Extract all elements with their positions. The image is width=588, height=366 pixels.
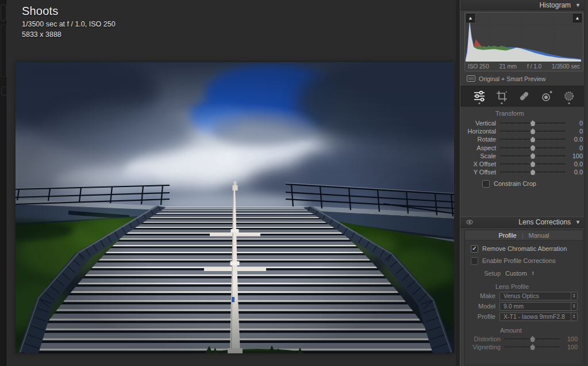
slider-label: Vignetting <box>465 344 505 350</box>
toolstrip <box>460 86 588 106</box>
model-dropdown[interactable]: 9.0 mm ▲▼ <box>499 302 578 311</box>
remove-chromatic-aberration-checkbox[interactable]: ✓ Remove Chromatic Aberration <box>471 245 583 253</box>
slider-value: 0 <box>566 128 583 135</box>
preview-status-row: Original + Smart Preview <box>467 74 588 83</box>
panel-scrollbar[interactable] <box>584 0 588 366</box>
profile-value: X-T1 - laowa 9mmF2.8 <box>500 313 571 320</box>
slider-value: 0.0 <box>566 136 583 143</box>
slider-value: 100 <box>560 344 578 350</box>
profile-row: Profile X-T1 - laowa 9mmF2.8 ▲▼ <box>465 312 578 321</box>
tab-manual[interactable]: Manual <box>528 232 549 239</box>
crop-overlay-icon <box>495 89 509 103</box>
setup-label: Setup <box>465 270 505 277</box>
model-label: Model <box>465 303 499 310</box>
y-offset-slider[interactable] <box>500 169 566 175</box>
slider-value: 0.0 <box>566 161 583 167</box>
tab-separator: | <box>522 232 524 239</box>
photo-dimensions: 5833 x 3888 <box>22 30 116 39</box>
vertical-slider[interactable] <box>500 120 566 126</box>
profile-label: Profile <box>465 313 499 320</box>
slider-row-y-offset: Y Offset 0.0 <box>460 168 588 176</box>
tab-profile[interactable]: Profile <box>498 232 516 239</box>
scale-slider[interactable] <box>500 153 566 159</box>
tool-spot-removal[interactable] <box>516 87 533 105</box>
checkbox-box[interactable]: ✓ <box>482 180 490 188</box>
lens-corrections-panel-header[interactable]: Lens Corrections ▼ <box>460 216 588 228</box>
histogram-series-luminance <box>466 21 581 62</box>
slider-row-vignetting: Vignetting 100 <box>465 343 583 351</box>
collapse-triangle-icon[interactable]: ▼ <box>575 2 581 8</box>
slider-row-rotate: Rotate 0.0 <box>460 135 588 143</box>
slider-value: 100 <box>566 152 583 159</box>
collapse-triangle-icon[interactable]: ▼ <box>575 219 581 225</box>
dropdown-spinner-icon[interactable]: ▲▼ <box>571 303 577 310</box>
panel-edge[interactable] <box>456 0 460 366</box>
setup-row: Setup Custom ▲▼ <box>465 269 583 277</box>
tool-adjustment-brush[interactable] <box>560 87 578 105</box>
make-dropdown[interactable]: Venus Optics ▲▼ <box>499 292 578 300</box>
slider-label: Scale <box>460 152 500 159</box>
vignetting-slider[interactable] <box>505 344 560 350</box>
x-offset-slider[interactable] <box>500 161 566 167</box>
photo-exposure-info: 1/3500 sec at f / 1.0, ISO 250 <box>22 20 116 28</box>
shadow-clipping-indicator[interactable]: ▲ <box>466 14 475 22</box>
clipping-triangle-icon: ▲ <box>575 16 580 21</box>
left-panel-widget <box>1 5 6 21</box>
stat-shutter: 1/3500 sec <box>552 63 580 70</box>
make-value: Venus Optics <box>500 292 571 299</box>
setup-value[interactable]: Custom <box>505 270 527 277</box>
horizontal-slider[interactable] <box>500 128 566 134</box>
slider-row-distortion: Distortion 100 <box>465 335 583 343</box>
make-label: Make <box>465 292 499 299</box>
stat-aperture: f / 1.0 <box>527 63 541 70</box>
model-row: Model 9.0 mm ▲▼ <box>465 302 578 311</box>
photo-info-overlay: Shoots 1/3500 sec at f / 1.0, ISO 250 58… <box>22 5 116 39</box>
slider-row-horizontal: Horizontal 0 <box>460 127 588 135</box>
dropdown-spinner-icon[interactable]: ▲▼ <box>571 313 577 321</box>
photo-title: Shoots <box>22 5 116 18</box>
stat-focal-length: 21 mm <box>499 63 517 70</box>
slider-value: 0 <box>566 120 583 127</box>
amount-block: Amount Distortion 100 Vignetting 100 <box>465 327 583 351</box>
tool-adjustment-sliders[interactable] <box>471 87 488 105</box>
constrain-crop-checkbox[interactable]: ✓ Constrain Crop <box>482 180 588 188</box>
left-panel-collapsed[interactable] <box>0 0 6 366</box>
histogram-stats: ISO 250 21 mm f / 1.0 1/3500 sec <box>465 62 583 70</box>
dropdown-spinner-icon[interactable]: ▲▼ <box>571 292 577 300</box>
slider-row-vertical: Vertical 0 <box>460 119 588 127</box>
photo-canvas[interactable] <box>16 62 454 353</box>
profile-dropdown[interactable]: X-T1 - laowa 9mmF2.8 ▲▼ <box>499 312 578 321</box>
histogram-box: ▲ ▲ ISO 250 21 mm f / 1.0 1/3500 sec <box>464 12 583 71</box>
tool-red-eye[interactable] <box>538 87 555 105</box>
adjustment-brush-icon <box>562 89 576 103</box>
slider-row-scale: Scale 100 <box>460 152 588 160</box>
adjustment-sliders-icon <box>472 89 486 103</box>
slider-label: Vertical <box>460 120 500 127</box>
lens-corrections-tabs: Profile | Manual <box>465 230 583 241</box>
make-row: Make Venus Optics ▲▼ <box>465 291 578 300</box>
slider-label: Distortion <box>465 336 505 342</box>
lens-corrections-title: Lens Corrections <box>518 218 571 226</box>
check-icon: ✓ <box>472 245 476 251</box>
smart-preview-icon[interactable] <box>467 75 475 82</box>
distortion-slider[interactable] <box>505 336 560 342</box>
histogram-panel-header[interactable]: Histogram ▼ <box>460 0 588 10</box>
rotate-slider[interactable] <box>500 136 566 142</box>
transform-title: Transform <box>495 110 588 117</box>
setup-spinner-icon[interactable]: ▲▼ <box>532 271 534 276</box>
panel-toggle-eye-icon[interactable] <box>466 219 473 226</box>
aspect-slider[interactable] <box>500 145 566 151</box>
checkbox-box[interactable]: ✓ <box>471 245 478 253</box>
slider-value: 0 <box>566 144 583 151</box>
slider-label: Rotate <box>460 136 500 143</box>
lens-corrections-box: Profile | Manual ✓ Remove Chromatic Aber… <box>464 230 583 365</box>
highlight-clipping-indicator[interactable]: ▲ <box>573 14 582 22</box>
histogram-title: Histogram <box>539 1 571 9</box>
tool-crop-overlay[interactable] <box>493 87 510 105</box>
slider-label: Horizontal <box>460 128 500 135</box>
lightroom-develop-window: Shoots 1/3500 sec at f / 1.0, ISO 250 58… <box>0 0 588 366</box>
model-value: 9.0 mm <box>500 303 571 310</box>
histogram-graph[interactable] <box>466 13 581 62</box>
checkbox-box[interactable]: ✓ <box>471 257 478 265</box>
enable-profile-corrections-checkbox[interactable]: ✓ Enable Profile Corrections <box>471 257 583 265</box>
